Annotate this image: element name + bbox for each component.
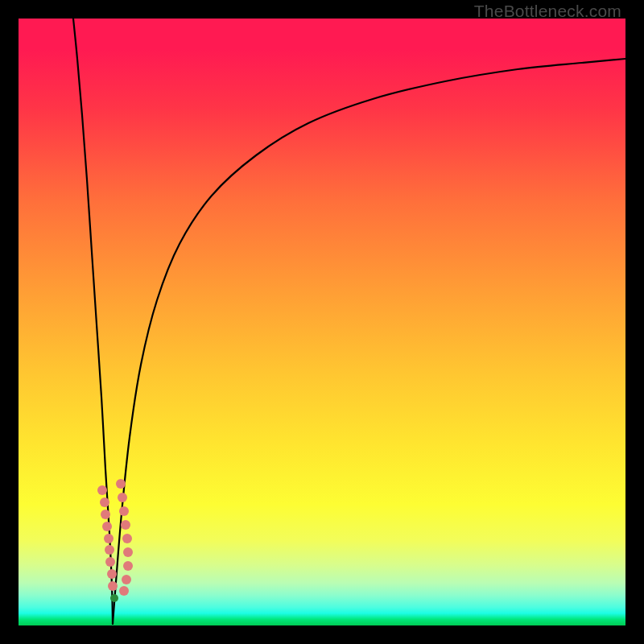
mark-dot (105, 557, 115, 567)
chart-frame: TheBottleneck.com (0, 0, 644, 644)
plot-area (19, 19, 625, 625)
mark-dot (119, 586, 129, 596)
mark-dot (110, 594, 118, 602)
mark-dot (101, 510, 110, 519)
watermark-text: TheBottleneck.com (474, 2, 621, 21)
mark-dot (116, 479, 126, 489)
mark-dot (119, 506, 129, 516)
mark-dot (122, 534, 132, 543)
mark-dot (123, 547, 133, 557)
mark-dot (100, 497, 109, 507)
mark-dot (108, 581, 118, 591)
mark-dot (104, 534, 114, 543)
mark-dot (121, 520, 130, 530)
mark-dots (97, 479, 133, 602)
mark-dot (107, 569, 117, 579)
mark-dot (105, 545, 114, 555)
mark-dot (122, 575, 131, 584)
marks-layer (19, 19, 625, 625)
mark-dot (123, 561, 133, 571)
mark-dot (102, 522, 112, 531)
mark-dot (97, 485, 107, 495)
mark-dot (118, 493, 127, 502)
